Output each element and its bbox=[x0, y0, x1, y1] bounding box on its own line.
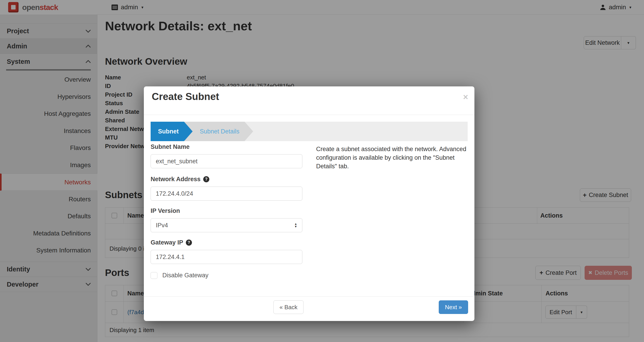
next-button[interactable]: Next » bbox=[439, 300, 468, 314]
gateway-ip-input[interactable] bbox=[150, 250, 302, 264]
modal-help-text: Create a subnet associated with the netw… bbox=[316, 145, 466, 170]
modal-title: Create Subnet bbox=[152, 91, 219, 102]
gateway-ip-label: Gateway IP ? bbox=[150, 239, 192, 246]
ip-version-select[interactable]: IPv4 ▲▼ bbox=[150, 218, 302, 232]
wizard-steps-bar: Subnet Details Subnet bbox=[150, 122, 468, 141]
tab-subnet[interactable]: Subnet bbox=[150, 122, 192, 141]
disable-gateway-checkbox[interactable] bbox=[150, 272, 158, 279]
help-icon[interactable]: ? bbox=[203, 176, 209, 182]
tab-subnet-details[interactable]: Subnet Details bbox=[184, 122, 253, 141]
help-icon[interactable]: ? bbox=[186, 240, 192, 246]
network-address-input[interactable] bbox=[150, 187, 302, 201]
subnet-name-label: Subnet Name bbox=[150, 143, 190, 150]
disable-gateway-checkbox-row: Disable Gateway bbox=[150, 272, 208, 279]
modal-header-divider bbox=[144, 115, 474, 115]
select-arrows-icon: ▲▼ bbox=[294, 223, 297, 228]
horizon-dashboard: openstack admin ▼ admin ▼ Project Admin … bbox=[0, 0, 644, 342]
network-address-label: Network Address ? bbox=[150, 176, 209, 183]
close-icon[interactable]: × bbox=[463, 93, 468, 101]
ip-version-label: IP Version bbox=[150, 207, 180, 214]
subnet-name-input[interactable] bbox=[150, 154, 302, 168]
disable-gateway-label: Disable Gateway bbox=[162, 272, 208, 279]
back-button[interactable]: « Back bbox=[274, 300, 304, 314]
create-subnet-modal: Create Subnet × Subnet Details Subnet Su… bbox=[144, 86, 474, 321]
